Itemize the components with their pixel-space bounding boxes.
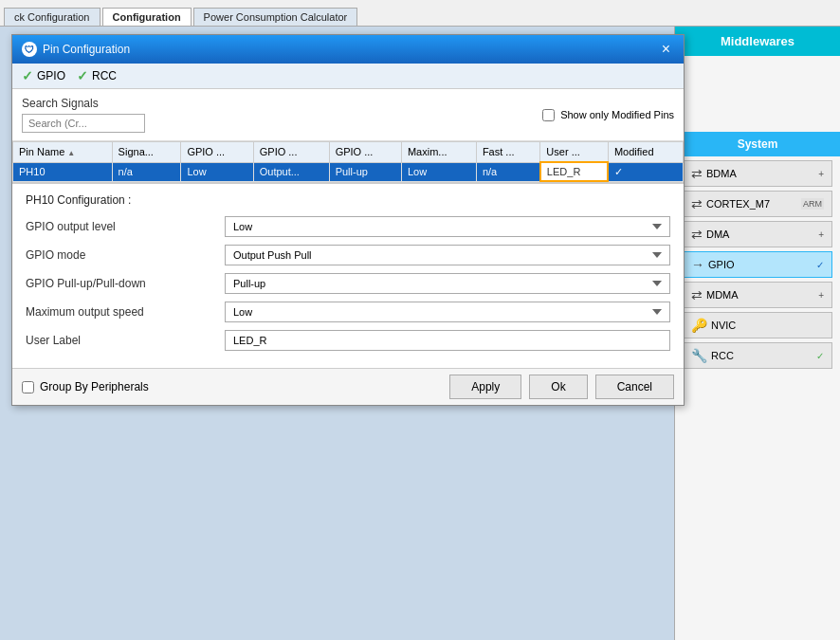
pin-table: Pin Name ▲ Signa... GPIO ... GPIO ... GP… bbox=[12, 141, 684, 182]
select-pull[interactable]: No pull-up and no pull-down Pull-up Pull… bbox=[225, 273, 670, 294]
cell-gpio-mode: Low bbox=[181, 162, 253, 181]
group-by-peripherals-checkbox[interactable] bbox=[22, 381, 34, 393]
mdma-icon: ⇄ bbox=[691, 287, 703, 302]
dialog-title: Pin Configuration bbox=[43, 43, 130, 56]
bottom-left: Group By Peripherals bbox=[22, 380, 149, 393]
tab-power-consumption[interactable]: Power Consumption Calculator bbox=[193, 8, 358, 26]
cell-fast: n/a bbox=[476, 162, 539, 181]
rcc-btn[interactable]: 🔧 RCC ✓ bbox=[683, 342, 832, 369]
sidebar-header: Middlewares bbox=[675, 27, 840, 56]
cell-maxim: Low bbox=[401, 162, 476, 181]
select-output-level[interactable]: Low High bbox=[225, 216, 670, 237]
col-gpio2: GPIO ... bbox=[253, 142, 329, 163]
mdma-plus-icon: + bbox=[818, 290, 824, 301]
nvic-btn[interactable]: 🔑 NVIC bbox=[683, 312, 832, 338]
sidebar-system-label: System bbox=[675, 132, 840, 156]
label-output-level: GPIO output level bbox=[26, 220, 215, 233]
gpio-active-icon: ✓ bbox=[816, 260, 824, 270]
cortex-btn[interactable]: ⇄ CORTEX_M7 ARM bbox=[683, 191, 832, 217]
col-modified: Modified bbox=[608, 142, 683, 163]
cell-modified: ✓ bbox=[608, 162, 683, 181]
rcc-check-icon: ✓ bbox=[77, 68, 88, 83]
ok-button[interactable]: Ok bbox=[529, 375, 587, 399]
select-max-speed[interactable]: Low Medium High Very High bbox=[225, 302, 670, 322]
tab-ck-configuration[interactable]: ck Configuration bbox=[4, 8, 100, 26]
show-modified-label: Show only Modified Pins bbox=[560, 109, 674, 120]
tab-configuration[interactable]: Configuration bbox=[102, 8, 192, 26]
col-gpio3: GPIO ... bbox=[329, 142, 401, 163]
config-row-user-label: User Label bbox=[26, 330, 670, 351]
table-row[interactable]: PH10 n/a Low Output... Pull-up Low n/a L… bbox=[13, 162, 684, 181]
config-row-gpio-mode: GPIO mode Output Push Pull Output Open D… bbox=[26, 245, 670, 265]
cell-gpio-pull: Pull-up bbox=[329, 162, 401, 181]
select-gpio-mode[interactable]: Output Push Pull Output Open Drain Input… bbox=[225, 245, 670, 265]
top-tab-bar: ck Configuration Configuration Power Con… bbox=[0, 0, 840, 27]
col-gpio1: GPIO ... bbox=[181, 142, 253, 163]
dma-btn[interactable]: ⇄ DMA + bbox=[683, 221, 832, 247]
search-left: Search Signals bbox=[22, 97, 145, 133]
search-area: Search Signals Show only Modified Pins bbox=[12, 89, 684, 141]
label-user-label: User Label bbox=[26, 334, 215, 347]
col-signal: Signa... bbox=[112, 142, 181, 163]
label-pull: GPIO Pull-up/Pull-down bbox=[26, 277, 215, 290]
search-label: Search Signals bbox=[22, 97, 145, 110]
config-row-max-speed: Maximum output speed Low Medium High Ver… bbox=[26, 302, 670, 322]
dialog-title-left: 🛡 Pin Configuration bbox=[22, 42, 130, 57]
cell-user-label: LED_R bbox=[540, 162, 609, 181]
bottom-bar: Group By Peripherals Apply Ok Cancel bbox=[12, 368, 684, 405]
dma-plus-icon: + bbox=[818, 229, 824, 240]
dialog-title-icon: 🛡 bbox=[22, 42, 37, 57]
search-right: Show only Modified Pins bbox=[542, 109, 674, 121]
cell-signal: n/a bbox=[112, 162, 181, 181]
cell-pin-name: PH10 bbox=[13, 162, 113, 181]
nvic-icon: 🔑 bbox=[691, 318, 707, 333]
cell-gpio-output: Output... bbox=[253, 162, 329, 181]
bdma-icon: ⇄ bbox=[691, 166, 703, 181]
input-user-label[interactable] bbox=[225, 330, 670, 351]
cortex-icon: ⇄ bbox=[691, 196, 703, 211]
dialog-subtabs: ✓ GPIO ✓ RCC bbox=[12, 64, 684, 89]
config-title: PH10 Configuration : bbox=[26, 193, 670, 207]
col-fast: Fast ... bbox=[476, 142, 539, 163]
config-section: PH10 Configuration : GPIO output level L… bbox=[12, 182, 684, 368]
gpio-check-icon: ✓ bbox=[22, 68, 33, 83]
pin-configuration-dialog: 🛡 Pin Configuration × ✓ GPIO ✓ RCC Searc… bbox=[11, 34, 685, 406]
col-maxim: Maxim... bbox=[401, 142, 476, 163]
sort-arrow-pin: ▲ bbox=[67, 149, 75, 157]
config-row-output-level: GPIO output level Low High bbox=[26, 216, 670, 237]
bottom-buttons: Apply Ok Cancel bbox=[449, 375, 674, 399]
subtab-gpio[interactable]: ✓ GPIO bbox=[22, 68, 65, 83]
gpio-icon: → bbox=[691, 257, 704, 272]
show-modified-checkbox[interactable] bbox=[542, 109, 555, 121]
rcc-icon: 🔧 bbox=[691, 348, 707, 363]
pin-table-container: Pin Name ▲ Signa... GPIO ... GPIO ... GP… bbox=[12, 141, 684, 182]
col-pin-name: Pin Name ▲ bbox=[13, 142, 113, 163]
sidebar: Middlewares System ⇄ BDMA + ⇄ CORTEX_M7 … bbox=[674, 27, 840, 640]
dma-icon: ⇄ bbox=[691, 227, 703, 242]
search-input[interactable] bbox=[22, 114, 145, 133]
table-header-row: Pin Name ▲ Signa... GPIO ... GPIO ... GP… bbox=[13, 142, 684, 163]
cancel-button[interactable]: Cancel bbox=[595, 375, 674, 399]
label-max-speed: Maximum output speed bbox=[26, 305, 215, 319]
bdma-btn[interactable]: ⇄ BDMA + bbox=[683, 160, 832, 187]
col-user: User ... bbox=[540, 142, 609, 163]
group-by-peripherals-label: Group By Peripherals bbox=[40, 380, 149, 393]
mdma-btn[interactable]: ⇄ MDMA + bbox=[683, 282, 832, 308]
gpio-btn[interactable]: → GPIO ✓ bbox=[683, 251, 832, 278]
dialog-titlebar: 🛡 Pin Configuration × bbox=[12, 35, 684, 64]
config-row-pull: GPIO Pull-up/Pull-down No pull-up and no… bbox=[26, 273, 670, 294]
dialog-close-button[interactable]: × bbox=[658, 41, 674, 58]
label-gpio-mode: GPIO mode bbox=[26, 248, 215, 262]
rcc-check-icon: ✓ bbox=[816, 351, 824, 361]
bdma-plus-icon: + bbox=[818, 169, 824, 179]
apply-button[interactable]: Apply bbox=[449, 375, 521, 399]
subtab-rcc[interactable]: ✓ RCC bbox=[77, 68, 117, 83]
arm-badge: ARM bbox=[801, 198, 824, 210]
